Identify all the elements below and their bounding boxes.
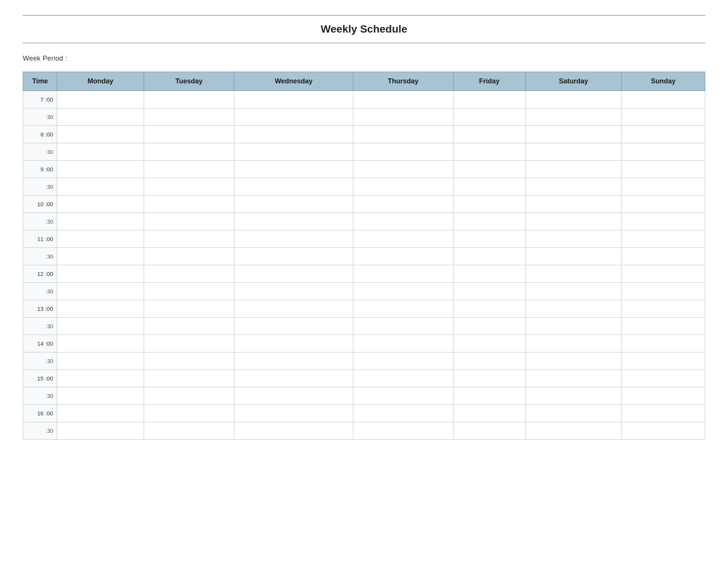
schedule-cell[interactable]	[453, 196, 526, 213]
schedule-cell[interactable]	[526, 196, 621, 213]
schedule-cell[interactable]	[621, 143, 705, 161]
schedule-cell[interactable]	[453, 143, 526, 161]
schedule-cell[interactable]	[57, 213, 144, 230]
schedule-cell[interactable]	[621, 370, 705, 387]
schedule-cell[interactable]	[57, 126, 144, 143]
schedule-cell[interactable]	[234, 352, 353, 370]
schedule-cell[interactable]	[234, 126, 353, 143]
schedule-cell[interactable]	[57, 370, 144, 387]
schedule-cell[interactable]	[621, 387, 705, 405]
schedule-cell[interactable]	[526, 230, 621, 248]
schedule-cell[interactable]	[234, 405, 353, 422]
schedule-cell[interactable]	[526, 248, 621, 265]
schedule-cell[interactable]	[353, 213, 453, 230]
schedule-cell[interactable]	[234, 265, 353, 283]
schedule-cell[interactable]	[621, 230, 705, 248]
schedule-cell[interactable]	[144, 283, 234, 300]
schedule-cell[interactable]	[234, 335, 353, 352]
schedule-cell[interactable]	[353, 405, 453, 422]
schedule-cell[interactable]	[57, 422, 144, 440]
schedule-cell[interactable]	[353, 108, 453, 126]
schedule-cell[interactable]	[621, 318, 705, 335]
schedule-cell[interactable]	[353, 283, 453, 300]
schedule-cell[interactable]	[144, 248, 234, 265]
schedule-cell[interactable]	[453, 335, 526, 352]
schedule-cell[interactable]	[526, 318, 621, 335]
schedule-cell[interactable]	[453, 108, 526, 126]
schedule-cell[interactable]	[57, 387, 144, 405]
schedule-cell[interactable]	[353, 161, 453, 178]
schedule-cell[interactable]	[234, 370, 353, 387]
schedule-cell[interactable]	[621, 335, 705, 352]
schedule-cell[interactable]	[144, 91, 234, 108]
schedule-cell[interactable]	[526, 387, 621, 405]
schedule-cell[interactable]	[144, 405, 234, 422]
schedule-cell[interactable]	[144, 213, 234, 230]
schedule-cell[interactable]	[526, 213, 621, 230]
schedule-cell[interactable]	[621, 108, 705, 126]
schedule-cell[interactable]	[353, 248, 453, 265]
schedule-cell[interactable]	[526, 283, 621, 300]
schedule-cell[interactable]	[234, 213, 353, 230]
schedule-cell[interactable]	[526, 178, 621, 196]
schedule-cell[interactable]	[144, 318, 234, 335]
schedule-cell[interactable]	[234, 196, 353, 213]
schedule-cell[interactable]	[453, 318, 526, 335]
schedule-cell[interactable]	[144, 196, 234, 213]
schedule-cell[interactable]	[234, 318, 353, 335]
schedule-cell[interactable]	[144, 370, 234, 387]
schedule-cell[interactable]	[526, 370, 621, 387]
schedule-cell[interactable]	[526, 405, 621, 422]
schedule-cell[interactable]	[453, 405, 526, 422]
schedule-cell[interactable]	[353, 196, 453, 213]
schedule-cell[interactable]	[57, 248, 144, 265]
schedule-cell[interactable]	[57, 196, 144, 213]
schedule-cell[interactable]	[526, 161, 621, 178]
schedule-cell[interactable]	[144, 387, 234, 405]
schedule-cell[interactable]	[621, 248, 705, 265]
schedule-cell[interactable]	[353, 370, 453, 387]
schedule-cell[interactable]	[144, 126, 234, 143]
schedule-cell[interactable]	[144, 335, 234, 352]
schedule-cell[interactable]	[144, 230, 234, 248]
schedule-cell[interactable]	[234, 422, 353, 440]
schedule-cell[interactable]	[234, 178, 353, 196]
schedule-cell[interactable]	[234, 283, 353, 300]
schedule-cell[interactable]	[621, 126, 705, 143]
schedule-cell[interactable]	[526, 143, 621, 161]
schedule-cell[interactable]	[453, 178, 526, 196]
schedule-cell[interactable]	[144, 143, 234, 161]
schedule-cell[interactable]	[526, 91, 621, 108]
schedule-cell[interactable]	[144, 178, 234, 196]
schedule-cell[interactable]	[57, 178, 144, 196]
schedule-cell[interactable]	[526, 335, 621, 352]
schedule-cell[interactable]	[144, 265, 234, 283]
schedule-cell[interactable]	[453, 213, 526, 230]
schedule-cell[interactable]	[57, 335, 144, 352]
schedule-cell[interactable]	[144, 422, 234, 440]
schedule-cell[interactable]	[453, 300, 526, 318]
schedule-cell[interactable]	[57, 230, 144, 248]
schedule-cell[interactable]	[57, 143, 144, 161]
schedule-cell[interactable]	[621, 283, 705, 300]
schedule-cell[interactable]	[353, 91, 453, 108]
schedule-cell[interactable]	[57, 161, 144, 178]
schedule-cell[interactable]	[621, 265, 705, 283]
schedule-cell[interactable]	[453, 126, 526, 143]
schedule-cell[interactable]	[353, 178, 453, 196]
schedule-cell[interactable]	[526, 265, 621, 283]
schedule-cell[interactable]	[353, 335, 453, 352]
schedule-cell[interactable]	[526, 300, 621, 318]
schedule-cell[interactable]	[353, 318, 453, 335]
schedule-cell[interactable]	[234, 230, 353, 248]
schedule-cell[interactable]	[353, 422, 453, 440]
schedule-cell[interactable]	[526, 352, 621, 370]
schedule-cell[interactable]	[621, 178, 705, 196]
schedule-cell[interactable]	[144, 161, 234, 178]
schedule-cell[interactable]	[144, 108, 234, 126]
schedule-cell[interactable]	[353, 265, 453, 283]
schedule-cell[interactable]	[57, 300, 144, 318]
schedule-cell[interactable]	[353, 230, 453, 248]
schedule-cell[interactable]	[453, 387, 526, 405]
schedule-cell[interactable]	[526, 108, 621, 126]
